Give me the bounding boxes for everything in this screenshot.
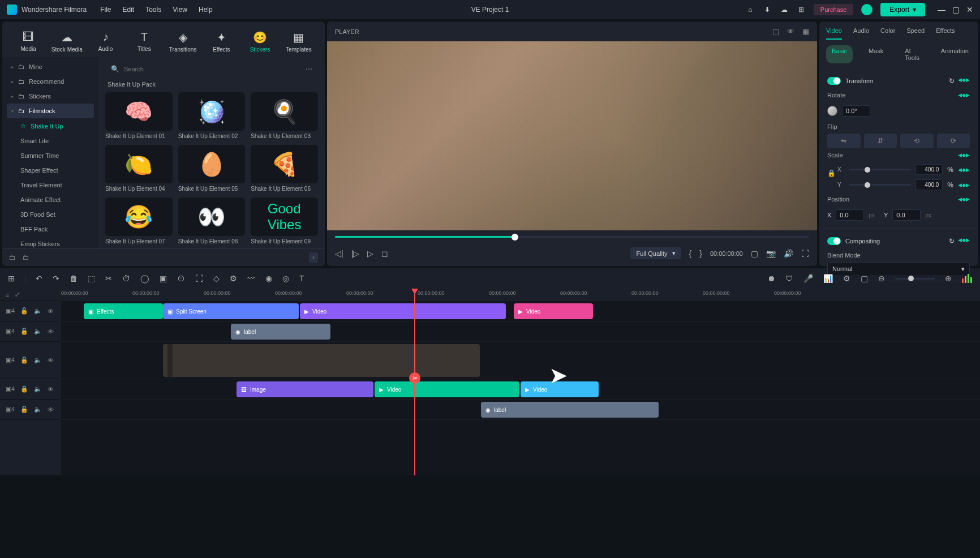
delete-button[interactable]: 🗑 <box>70 274 78 283</box>
sticker-05[interactable]: 🥚Shake It Up Element 05 <box>178 145 246 192</box>
timer-button[interactable]: ⏲ <box>177 274 185 283</box>
props-tab-video[interactable]: Video <box>826 27 842 40</box>
sidebar-animate-effect[interactable]: Animate Effect <box>7 192 94 207</box>
player-progress[interactable] <box>327 230 817 244</box>
user-avatar[interactable] <box>861 4 872 15</box>
new-folder-icon[interactable]: 🗀 <box>9 254 16 261</box>
sidebar-shake-it-up[interactable]: ☆Shake It Up <box>7 118 94 134</box>
player-video[interactable] <box>327 41 817 230</box>
sidebar-bff-pack[interactable]: BFF Pack <box>7 222 94 237</box>
minimize-button[interactable]: — <box>938 5 945 14</box>
eye-icon[interactable]: 👁 <box>787 27 794 36</box>
lock-icon[interactable]: 🔓 <box>20 328 28 335</box>
play-back-button[interactable]: |▷ <box>351 249 360 258</box>
crop-button[interactable]: ⬚ <box>88 274 95 283</box>
sticker-09[interactable]: GoodVibesShake It Up Element 09 <box>251 198 318 244</box>
snapshot-icon[interactable]: ▢ <box>772 27 779 36</box>
track-icon[interactable]: ▣4 <box>6 385 15 393</box>
fullscreen-icon[interactable]: ⛶ <box>801 249 809 258</box>
export-button[interactable]: Export▾ <box>880 3 925 16</box>
apps-icon[interactable]: ⊞ <box>797 5 806 14</box>
rotate-knob[interactable] <box>827 106 837 116</box>
circle-button[interactable]: ◯ <box>140 274 149 283</box>
clip-image[interactable]: 🖼Image <box>237 381 373 397</box>
flip-h-button[interactable]: ⇋ <box>827 134 861 148</box>
track-icon[interactable]: ▣4 <box>6 307 15 315</box>
redo-button[interactable]: ↷ <box>53 274 59 283</box>
props-tab-color[interactable]: Color <box>880 27 895 40</box>
fit-icon[interactable]: ▢ <box>861 274 868 283</box>
clip-effects[interactable]: ▣Effects <box>84 303 163 319</box>
layout-icon[interactable]: ▦ <box>802 27 809 36</box>
shield-icon[interactable]: 🛡 <box>785 274 793 283</box>
clip-label-1[interactable]: ◉label <box>231 324 330 340</box>
lock-icon[interactable]: 🔒 <box>20 385 28 393</box>
close-button[interactable]: ✕ <box>966 5 973 14</box>
maximize-button[interactable]: ▢ <box>952 5 960 14</box>
zoom-in-button[interactable]: ⊕ <box>945 274 952 283</box>
rotate-input[interactable] <box>842 105 870 117</box>
mute-icon[interactable]: 🔈 <box>34 357 42 364</box>
diamond-button[interactable]: ◇ <box>213 274 220 283</box>
stop-button[interactable]: ◻ <box>381 249 388 258</box>
tab-stock-media[interactable]: ☁Stock Media <box>48 26 86 57</box>
tab-stickers[interactable]: 😊Stickers <box>241 26 280 57</box>
wave-button[interactable]: 〰 <box>247 274 255 283</box>
mixer-icon[interactable]: 📊 <box>823 274 833 283</box>
step-back-button[interactable]: ◁| <box>335 249 343 258</box>
clip-video-3[interactable]: ▶Video <box>375 381 519 397</box>
mute-icon[interactable]: 🔈 <box>34 385 42 393</box>
flip-v-button[interactable]: ⇵ <box>864 134 897 148</box>
grid-icon[interactable]: ⊞ <box>8 274 15 283</box>
sticker-08[interactable]: 👀Shake It Up Element 08 <box>178 198 246 244</box>
sidebar-emoji-stickers[interactable]: Emoji Stickers <box>7 237 94 248</box>
clip-video-1[interactable]: ▶Video <box>300 303 506 319</box>
mark-out-icon[interactable]: } <box>699 249 702 258</box>
lock-icon[interactable]: 🔓 <box>20 406 28 413</box>
compositing-toggle[interactable] <box>827 237 841 245</box>
purchase-button[interactable]: Purchase <box>814 4 853 15</box>
reset-icon[interactable]: ↻ <box>949 77 955 85</box>
subtab-basic[interactable]: Basic <box>826 45 853 63</box>
circle2-button[interactable]: ◉ <box>265 274 272 283</box>
eye-icon[interactable]: 👁 <box>48 386 54 393</box>
sidebar-smart-life[interactable]: Smart Life <box>7 134 94 148</box>
tab-media[interactable]: 🎞Media <box>9 26 48 57</box>
menu-view[interactable]: View <box>173 6 187 14</box>
scale-y-input[interactable] <box>915 179 943 190</box>
sidebar-3d-food-set[interactable]: 3D Food Set <box>7 207 94 222</box>
rotate-ccw-button[interactable]: ⟲ <box>900 134 934 148</box>
reset-icon[interactable]: ↻ <box>949 237 955 245</box>
sliders-button[interactable]: ⚙ <box>230 274 237 283</box>
tracks-menu-icon[interactable]: ≡ <box>6 291 9 298</box>
tab-templates[interactable]: ▦Templates <box>280 26 318 57</box>
subtab-ai-tools[interactable]: AI Tools <box>899 45 925 63</box>
scale-x-slider[interactable] <box>849 169 911 170</box>
menu-help[interactable]: Help <box>199 6 213 14</box>
display-icon[interactable]: ▢ <box>751 249 758 258</box>
eye-icon[interactable]: 👁 <box>48 406 54 413</box>
sticker-03[interactable]: 🍳Shake It Up Element 03 <box>251 92 318 139</box>
speed-button[interactable]: ⏱ <box>122 274 130 283</box>
cloud-icon[interactable]: ☁ <box>780 5 789 14</box>
menu-file[interactable]: File <box>100 6 111 14</box>
keyframe-icon[interactable]: ◀◆▶ <box>958 77 970 85</box>
zoom-slider[interactable] <box>895 278 935 280</box>
folder-icon[interactable]: 🗀 <box>23 254 29 261</box>
frame-button[interactable]: ▣ <box>160 274 167 283</box>
tab-titles[interactable]: TTitles <box>125 26 164 57</box>
eye-icon[interactable]: 👁 <box>48 357 54 364</box>
sidebar-travel-element[interactable]: Travel Element <box>7 178 94 192</box>
tab-transitions[interactable]: ◈Transitions <box>164 26 202 57</box>
clip-split-screen[interactable]: ▣Split Screen <box>163 303 299 319</box>
sticker-07[interactable]: 😂Shake It Up Element 07 <box>105 198 173 244</box>
eye-icon[interactable]: 👁 <box>48 328 54 335</box>
tab-effects[interactable]: ✦Effects <box>202 26 240 57</box>
subtab-mask[interactable]: Mask <box>863 45 889 63</box>
rotate-cw-button[interactable]: ⟳ <box>937 134 970 148</box>
sidebar-stickers[interactable]: ▸🗀Stickers <box>7 89 94 104</box>
record-button[interactable]: ⏺ <box>767 274 775 283</box>
track-icon[interactable]: ▣4 <box>6 406 15 413</box>
search-input[interactable] <box>124 66 301 72</box>
sticker-02[interactable]: 🪩Shake It Up Element 02 <box>178 92 246 139</box>
